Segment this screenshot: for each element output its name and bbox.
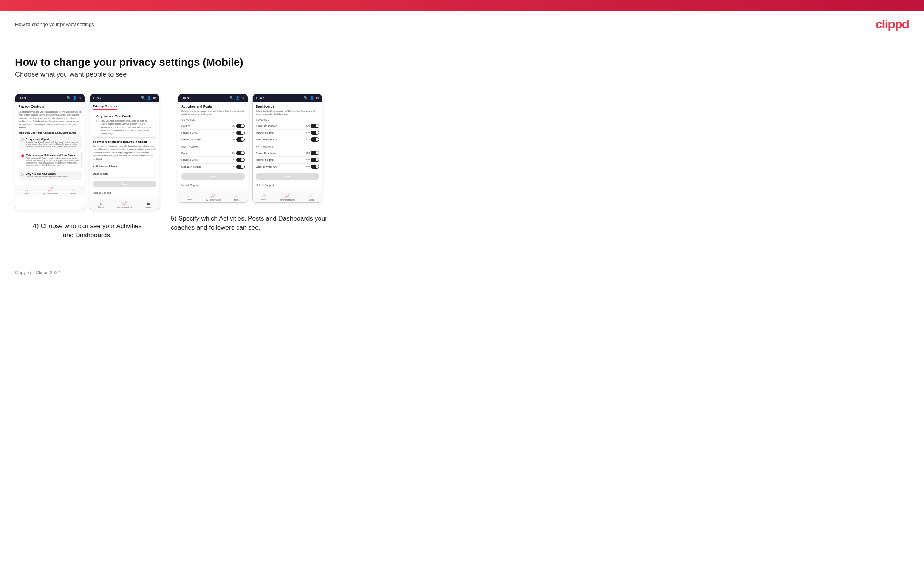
back-button-3[interactable]: ‹ Back [181,96,189,100]
toggle-drills-followers-label: Practice Drills [181,159,198,161]
toggle-manual-followers: Manual Activities ON [181,163,244,170]
user-icon-1[interactable]: 👤 [73,96,77,100]
screenshots-row: ‹ Back 🔍 👤 ⊕ Privacy Controls Control ho… [15,93,909,240]
menu-activities[interactable]: Activities and Posts › [93,163,156,170]
nav-home-1[interactable]: ⌂ Home [24,187,29,195]
toggle-whattowork-followers-switch[interactable] [311,164,319,169]
home-icon-2: ⌂ [100,201,102,205]
nav-home-3[interactable]: ⌂ Home [187,193,192,201]
option-everyone-label: Everyone on Clippd [26,138,79,140]
menu-dashboards[interactable]: Dashboards › [93,170,156,178]
phone-body-2: Privacy Controls Only You and Your Coach… [90,102,159,198]
home-label-3: Home [187,198,192,200]
search-icon-2[interactable]: 🔍 [141,96,145,100]
user-icon-4[interactable]: 👤 [310,96,314,100]
who-can-see-title: Who Can See Your Activities and Dashboar… [18,131,82,134]
toggle-manual-followers-switch[interactable] [236,164,244,169]
toggle-roundinsights-followers-on: ON [307,159,310,161]
dashboards-desc: Select the dashboards that you'd like to… [256,110,319,116]
toggle-rounds-coaches-switch[interactable] [236,124,244,128]
toggle-rounds-followers: Rounds ON [181,150,244,157]
toggle-rounds-followers-on: ON [232,152,235,154]
top-bar [0,0,924,11]
search-icon-4[interactable]: 🔍 [304,96,308,100]
nav-performance-2[interactable]: 📈 My Performance [117,201,132,208]
nav-menu-2[interactable]: ☰ Menu [146,201,151,208]
search-icon-1[interactable]: 🔍 [66,96,71,100]
performance-icon-2: 📈 [122,201,128,206]
performance-label-2: My Performance [117,206,132,208]
coaches-group-title-4: COACHES [256,119,319,121]
menu-label-4: Menu [309,198,314,201]
performance-label-4: My Performance [280,198,295,201]
popup-text: Only you and the coaches you connect wit… [100,119,153,135]
toggle-manual-coaches-switch[interactable] [236,137,244,142]
header: How to change your privacy settings clip… [0,11,924,37]
toggle-roundinsights-coaches-switch[interactable] [311,131,319,135]
settings-icon-4[interactable]: ⊕ [316,96,319,100]
back-button-2[interactable]: ‹ Back [93,96,101,100]
save-button-3[interactable]: Save [181,173,244,180]
toggle-playerdash-coaches: Player Dashboard ON [256,123,319,129]
toggle-drills-coaches-switch[interactable] [236,131,244,135]
settings-icon-1[interactable]: ⊕ [79,96,82,100]
breadcrumb: How to change your privacy settings [15,21,94,27]
footer: Copyright Clippd 2022 [0,263,924,283]
toggle-whattowork-coaches-label: What To Work On [256,138,277,141]
popup-title: Only You and Your Coach [96,114,153,118]
toggle-whattowork-coaches-switch[interactable] [311,137,319,142]
radio-coach-only[interactable] [21,173,24,176]
toggle-playerdash-coaches-switch[interactable] [311,124,319,128]
header-icons-3: 🔍 👤 ⊕ [229,96,244,100]
nav-performance-1[interactable]: 📈 My Performance [43,187,58,195]
back-label-1: Back [20,96,27,100]
option-coach-only-label: Only You and Your Coach [26,172,68,175]
toggle-rounds-followers-switch[interactable] [236,151,244,155]
search-icon-3[interactable]: 🔍 [229,96,234,100]
caption-left: 4) Choose who can see your Activities an… [27,222,148,240]
menu-activities-arrow: › [155,164,156,168]
option-coach-only[interactable]: Only You and Your Coach Only you and the… [18,171,82,180]
nav-menu-3[interactable]: ☰ Menu [234,193,240,201]
nav-performance-3[interactable]: 📈 My Performance [205,193,221,201]
toggle-roundinsights-followers-label: Round Insights [256,159,274,161]
nav-performance-4[interactable]: 📈 My Performance [280,193,295,201]
phone-nav-2: ⌂ Home 📈 My Performance ☰ Menu [90,198,159,210]
menu-label-1: Menu [71,193,77,195]
toggle-drills-followers-switch[interactable] [236,158,244,162]
save-button-2[interactable]: Save [93,181,156,187]
radio-approved[interactable] [21,155,24,158]
toggle-rounds-coaches-on: ON [232,125,235,127]
nav-home-4[interactable]: ⌂ Home [261,193,267,201]
back-label-4: Back [258,96,264,100]
user-icon-2[interactable]: 👤 [147,96,151,100]
settings-icon-3[interactable]: ⊕ [241,96,244,100]
back-button-4[interactable]: ‹ Back [256,96,264,100]
toggle-playerdash-followers-switch[interactable] [311,151,319,155]
back-button-1[interactable]: ‹ Back [18,96,26,100]
privacy-controls-title-1: Privacy Controls [18,105,82,108]
radio-everyone[interactable] [21,138,24,141]
toggle-roundinsights-followers-switch[interactable] [311,158,319,162]
option-everyone[interactable]: Everyone on Clippd Everyone on Clippd ca… [18,136,82,150]
performance-icon-4: 📈 [285,193,290,198]
toggle-playerdash-coaches-label: Player Dashboard [256,125,277,127]
toggle-manual-followers-label: Manual Activities [181,165,201,168]
user-icon-3[interactable]: 👤 [236,96,240,100]
performance-icon-1: 📈 [48,187,53,192]
save-button-4[interactable]: Save [256,173,319,180]
nav-menu-4[interactable]: ☰ Menu [309,193,314,201]
privacy-controls-tab[interactable]: Privacy Controls [93,105,117,110]
home-icon-1: ⌂ [25,187,28,192]
header-icons-2: 🔍 👤 ⊕ [141,96,156,100]
popup-radio[interactable] [96,120,99,122]
toggle-whattowork-coaches-on: ON [307,138,310,140]
toggle-drills-coaches-on: ON [232,131,235,134]
menu-icon-2: ☰ [146,201,150,206]
header-icons-4: 🔍 👤 ⊕ [304,96,319,100]
option-approved[interactable]: Only Approved Followers and Your Coach O… [18,152,82,168]
nav-home-2[interactable]: ⌂ Home [98,201,104,208]
nav-menu-1[interactable]: ☰ Menu [71,187,77,195]
settings-icon-2[interactable]: ⊕ [153,96,156,100]
toggle-rounds-followers-label: Rounds [181,152,191,155]
